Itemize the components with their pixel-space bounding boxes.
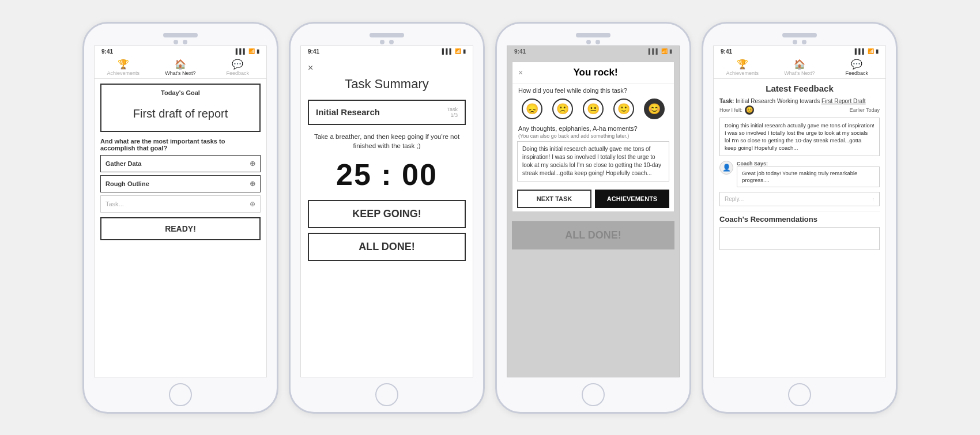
phone-3-dot-right: [595, 40, 600, 44]
chat-icon-4: 💬: [851, 60, 862, 69]
phone-1-home-button[interactable]: [169, 383, 192, 406]
phone-2-time: 9:41: [308, 48, 319, 55]
phone-4: 9:41 ▌▌▌ 📶 ▮ 🏆 Achievements 🏠 What's Nex…: [702, 22, 898, 414]
phone-3-home-button[interactable]: [582, 383, 605, 406]
task-item-3-placeholder[interactable]: Task... ⊕: [100, 195, 261, 213]
phone-4-dot-right: [802, 40, 806, 44]
phone-2-status-bar: 9:41 ▌▌▌ 📶 ▮: [301, 46, 473, 57]
task-2-label: Rough Outline: [105, 180, 149, 187]
felt-label: How I felt:: [719, 107, 742, 113]
reply-send-button[interactable]: ↑: [872, 196, 875, 202]
phone-4-tab-bar: 🏆 Achievements 🏠 What's Next? 💬 Feedback: [714, 57, 885, 79]
phone-3-screen: 9:41 ▌▌▌ 📶 ▮ × You rock! How did you fee…: [507, 46, 680, 377]
tab-feedback[interactable]: 💬 Feedback: [209, 60, 266, 76]
keep-going-button[interactable]: KEEP GOING!: [308, 200, 466, 228]
modal-header: × You rock!: [512, 62, 674, 84]
task-3-label: Task...: [105, 201, 124, 207]
divider: [719, 211, 880, 211]
battery-icon: ▮: [257, 48, 259, 54]
phone-2: 9:41 ▌▌▌ 📶 ▮ × Task Summary Initial Rese…: [289, 22, 485, 414]
emoji-3[interactable]: 😐: [583, 99, 604, 119]
phone-1: 9:41 ▌▌▌ 📶 ▮ 🏆 Achievements 🏠 What's Nex…: [82, 22, 278, 414]
phone-1-dot-left: [174, 40, 178, 44]
tab-whats-next[interactable]: 🏠 What's Next?: [152, 60, 209, 76]
phone-4-home-button[interactable]: [788, 383, 811, 406]
phone-3: 9:41 ▌▌▌ 📶 ▮ × You rock! How did you fee…: [495, 22, 691, 414]
next-task-button[interactable]: NEXT TASK: [517, 190, 591, 208]
emoji-4[interactable]: 🙂: [613, 99, 634, 119]
battery-icon-4: ▮: [876, 48, 879, 54]
coach-content: Coach Says: Great job today! You're maki…: [737, 161, 880, 188]
drag-icon-2: ⊕: [250, 180, 255, 188]
phone-4-speaker: [782, 33, 817, 37]
emoji-5-active[interactable]: 😊: [644, 99, 665, 119]
coach-says-label: Coach Says:: [737, 161, 880, 167]
all-done-gray-button: ALL DONE!: [512, 221, 674, 249]
drag-icon-3: ⊕: [250, 200, 255, 208]
home-icon-4: 🏠: [794, 60, 805, 69]
emoji-1[interactable]: 😞: [522, 99, 542, 119]
tab-whats-next-label-4: What's Next?: [784, 70, 815, 76]
tasks-label: And what are the most important tasks to…: [100, 138, 261, 152]
tab-whats-next-4[interactable]: 🏠 What's Next?: [771, 60, 828, 76]
phone-4-status-bar: 9:41 ▌▌▌ 📶 ▮: [714, 46, 885, 57]
tab-feedback-4[interactable]: 💬 Feedback: [828, 60, 885, 76]
feedback-text: Doing this initial research actually gav…: [725, 122, 875, 152]
phone-3-status-icons: ▌▌▌ 📶 ▮: [649, 48, 672, 54]
phone-1-dot-right: [183, 40, 187, 44]
thoughts-text-box[interactable]: Doing this initial research actually gav…: [517, 141, 669, 181]
time-label: Earlier Today: [850, 107, 880, 113]
task-item-2[interactable]: Rough Outline ⊕: [100, 175, 261, 192]
tab-achievements-label: Achievements: [107, 70, 140, 76]
goal-text: First draft of report: [106, 101, 255, 126]
close-button-3[interactable]: ×: [518, 68, 523, 77]
phone-2-home-button[interactable]: [375, 383, 398, 406]
task-card: Initial Research Task 1/3: [308, 100, 466, 125]
signal-icon-4: ▌▌▌: [855, 48, 866, 54]
phone-1-status-icons: ▌▌▌ 📶 ▮: [236, 48, 259, 54]
task-name: Initial Research: [736, 98, 777, 104]
phone-3-dot-left: [586, 40, 591, 44]
tab-achievements-label-4: Achievements: [726, 70, 759, 76]
task-1-label: Gather Data: [105, 160, 141, 167]
thoughts-text: Doing this initial research actually gav…: [522, 146, 661, 176]
phone-2-dot-right: [389, 40, 394, 44]
signal-icon-2: ▌▌▌: [442, 48, 453, 54]
reply-input-container[interactable]: Reply... ↑: [719, 192, 880, 206]
phone-4-content: Latest Feedback Task: Initial Research W…: [714, 79, 885, 377]
thoughts-label: Any thoughts, epiphanies, A-ha moments?: [512, 123, 674, 133]
phone-2-status-icons: ▌▌▌ 📶 ▮: [442, 48, 466, 54]
tab-feedback-label: Feedback: [227, 70, 250, 76]
emoji-2[interactable]: 🙁: [552, 99, 573, 119]
tab-whats-next-label: What's Next?: [165, 70, 195, 76]
coach-message: Great job today! You're making truly rem…: [737, 167, 880, 188]
phone-1-time: 9:41: [101, 48, 113, 55]
phone-1-dots: [174, 40, 187, 44]
phone-3-time: 9:41: [514, 48, 526, 55]
close-button-2[interactable]: ×: [308, 63, 466, 73]
emoji-row: 😞 🙁 😐 🙂 😊: [512, 96, 674, 123]
tab-achievements[interactable]: 🏆 Achievements: [95, 60, 152, 76]
modal-buttons: NEXT TASK ACHIEVEMENTS: [512, 186, 674, 211]
battery-icon-2: ▮: [463, 48, 466, 54]
battery-icon-3: ▮: [669, 48, 672, 54]
task-description: Take a breather, and then keep going if …: [308, 132, 466, 150]
reply-placeholder: Reply...: [725, 196, 744, 202]
tab-feedback-label-4: Feedback: [846, 70, 869, 76]
ready-button[interactable]: READY!: [100, 217, 261, 240]
feedback-text-box: Doing this initial research actually gav…: [719, 118, 880, 156]
feedback-modal: × You rock! How did you feel while doing…: [512, 62, 674, 212]
recommendations-title: Coach's Recommendations: [719, 215, 880, 224]
goal-box: Today's Goal First draft of report: [100, 84, 261, 132]
phone-2-dots: [380, 40, 394, 44]
goal-link[interactable]: First Report Draft: [821, 98, 866, 104]
task-item-1[interactable]: Gather Data ⊕: [100, 155, 261, 172]
all-done-button-2[interactable]: ALL DONE!: [308, 233, 466, 261]
tab-achievements-4[interactable]: 🏆 Achievements: [714, 60, 771, 76]
achievements-button[interactable]: ACHIEVEMENTS: [595, 190, 669, 208]
phone-2-content: × Task Summary Initial Research Task 1/3…: [301, 57, 473, 377]
thoughts-sublabel: (You can also go back and add something …: [512, 133, 674, 141]
task-counter: Task 1/3: [447, 107, 458, 118]
phone-2-dot-left: [380, 40, 385, 44]
phone-4-screen: 9:41 ▌▌▌ 📶 ▮ 🏆 Achievements 🏠 What's Nex…: [713, 46, 886, 377]
